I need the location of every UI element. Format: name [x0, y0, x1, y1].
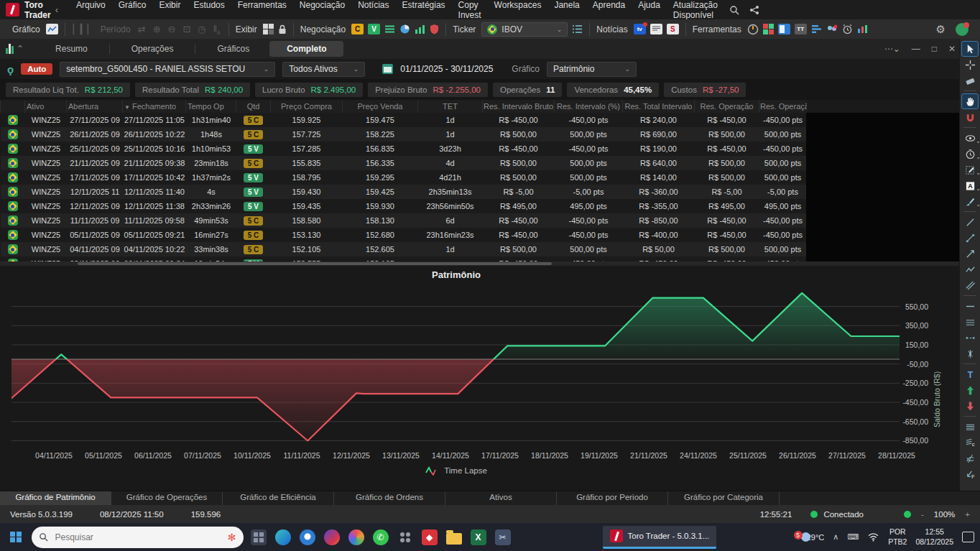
- taskbar-search[interactable]: ✻: [32, 527, 244, 548]
- tab-completo[interactable]: Completo: [269, 41, 343, 57]
- text-tool-icon[interactable]: T: [961, 366, 979, 382]
- pie-chart-icon[interactable]: [399, 24, 410, 34]
- collapse-panel-icon[interactable]: ⌃: [17, 44, 24, 54]
- crossed-lines-icon[interactable]: [961, 450, 979, 466]
- column-header-preco-venda[interactable]: Preço Venda: [343, 100, 418, 113]
- ticker-select[interactable]: IBOV ⌄: [481, 22, 568, 37]
- venda-icon[interactable]: V: [368, 24, 380, 34]
- compra-icon[interactable]: C: [351, 24, 364, 34]
- chart-type-icon[interactable]: [46, 24, 58, 34]
- arrow-up-marker-icon[interactable]: [961, 382, 979, 398]
- people-tool-icon[interactable]: [826, 24, 838, 34]
- zoom-increase[interactable]: +: [965, 510, 970, 519]
- column-header-preco-compra[interactable]: Preço Compra: [271, 100, 343, 113]
- column-header-abertura[interactable]: Abertura: [67, 100, 123, 113]
- time-tool-icon[interactable]: ▾: [961, 146, 979, 162]
- menu-item-negociacao[interactable]: Negociação: [293, 0, 351, 20]
- column-header-fechamento[interactable]: ▼Fechamento: [123, 100, 186, 113]
- taskbar-app-sphere-icon[interactable]: [347, 528, 366, 547]
- menu-item-aprenda[interactable]: Aprenda: [586, 0, 632, 20]
- eraser-icon[interactable]: [961, 73, 979, 88]
- table-row[interactable]: WINZ2505/11/2025 0905/11/2025 09:2116min…: [1, 228, 807, 242]
- segment-icon[interactable]: [961, 230, 979, 246]
- taskbar-app-chrome-icon[interactable]: [298, 528, 317, 547]
- shield-icon[interactable]: [430, 24, 439, 34]
- alarm-tool-icon[interactable]: [842, 24, 853, 34]
- zoom-in-icon[interactable]: ⊕: [153, 24, 161, 34]
- column-header-res-total-intervalo[interactable]: Res. Total Intervalo: [623, 100, 695, 113]
- analytics-tool-icon[interactable]: [857, 24, 868, 34]
- tv-news-icon[interactable]: tv: [634, 24, 646, 34]
- f-arrow-icon[interactable]: F: [961, 466, 979, 482]
- panel-minimize-icon[interactable]: —: [912, 44, 920, 54]
- column-header-ativo[interactable]: Ativo: [25, 100, 67, 113]
- taskbar-app-task-view-icon[interactable]: [249, 528, 268, 547]
- assets-filter-select[interactable]: Todos Ativos ⌄: [282, 62, 365, 77]
- calendar-icon[interactable]: [382, 64, 393, 74]
- table-row[interactable]: WINZ2511/11/2025 0911/11/2025 09:5849min…: [1, 213, 807, 228]
- tab-operacoes[interactable]: Operações: [114, 41, 191, 57]
- pan-mode-icon[interactable]: ⇄: [138, 24, 146, 34]
- taskbar-app-snipping-icon[interactable]: ✂: [494, 528, 512, 547]
- taskbar-app-red-app-icon[interactable]: ◆: [420, 528, 439, 547]
- bars-chart-icon[interactable]: [415, 24, 425, 34]
- panel-close-icon[interactable]: ✕: [948, 44, 956, 54]
- bottom-tab-grafico-por-periodo[interactable]: Gráfico por Periodo: [557, 491, 668, 505]
- heatmap-tool-icon[interactable]: [763, 24, 774, 34]
- c-lines-icon[interactable]: c: [961, 435, 979, 450]
- menu-item-estrategias[interactable]: Estratégias: [396, 0, 452, 20]
- table-row[interactable]: WINZ2512/11/2025 1112/11/2025 11:404s5 V…: [1, 185, 807, 199]
- time-zoom-icon[interactable]: ◷: [198, 24, 205, 34]
- clock-indicator[interactable]: 12:5508/12/2025: [915, 527, 953, 546]
- column-header-tempo-op[interactable]: Tempo Op: [186, 100, 236, 113]
- pan-hand-icon[interactable]: [961, 93, 979, 109]
- taskbar-app-edge-icon[interactable]: [274, 528, 292, 547]
- avatar[interactable]: [956, 23, 969, 36]
- text-label-icon[interactable]: A▾: [961, 177, 979, 193]
- watchlist-icon[interactable]: [572, 24, 583, 34]
- table-row[interactable]: WINZ2526/11/2025 0926/11/2025 10:221h48s…: [1, 127, 807, 142]
- search-icon[interactable]: [729, 5, 739, 15]
- layout-grid-icon[interactable]: [263, 24, 274, 34]
- table-row[interactable]: WINZ2521/11/2025 0921/11/2025 09:3823min…: [1, 156, 807, 170]
- action-center-icon[interactable]: [962, 532, 974, 542]
- taskbar-app-folder-icon[interactable]: [445, 528, 463, 547]
- menu-item-ajuda[interactable]: Ajuda: [632, 0, 667, 20]
- strategy-select[interactable]: setembro_G500L450 - RANIEL ASSIS SETOU ⌄: [60, 62, 275, 77]
- bottom-tab-grafico-de-ordens[interactable]: Gráfico de Ordens: [334, 491, 445, 505]
- visibility-icon[interactable]: ▾: [961, 130, 979, 146]
- table-row[interactable]: WINZ2527/11/2025 0927/11/2025 11:051h31m…: [1, 113, 807, 127]
- taskbar-app-whatsapp-icon[interactable]: ✆: [371, 528, 390, 547]
- date-range[interactable]: 01/11/2025 - 30/11/2025: [400, 64, 493, 74]
- tab-graficos[interactable]: Gráficos: [200, 41, 267, 57]
- tt-tool-icon[interactable]: TT: [795, 24, 807, 34]
- parallel-channel-icon[interactable]: [961, 277, 979, 293]
- arrow-line-icon[interactable]: [961, 246, 979, 261]
- taskbar-toro-trader-button[interactable]: Toro Trader - 5.0.3.1...: [603, 526, 717, 549]
- menu-item-copy-invest[interactable]: Copy Invest: [452, 0, 488, 20]
- lock-icon[interactable]: [278, 24, 287, 34]
- ranking-tool-icon[interactable]: [811, 24, 822, 34]
- panel-restore-icon[interactable]: □: [932, 44, 937, 54]
- menu-item-estudos[interactable]: Estudos: [187, 0, 231, 20]
- menu-item-atualizacao-disponivel[interactable]: Atualização Disponível: [667, 0, 724, 20]
- menu-item-exibir[interactable]: Exibir: [152, 0, 187, 20]
- start-button[interactable]: [10, 532, 22, 543]
- column-header-res-intervalo-bruto[interactable]: Res. Intervalo Bruto: [483, 100, 555, 113]
- lines-stack-icon[interactable]: [961, 419, 979, 435]
- magnet-icon[interactable]: [961, 109, 979, 125]
- more-options-icon[interactable]: ⋯⌄: [884, 44, 900, 54]
- menu-item-workspaces[interactable]: Workspaces: [488, 0, 548, 20]
- wifi-icon[interactable]: [867, 532, 879, 542]
- bottom-tab-ativos[interactable]: Ativos: [445, 491, 557, 505]
- share-icon[interactable]: [749, 5, 759, 15]
- column-header-qtd[interactable]: Qtd: [236, 100, 271, 113]
- menu-item-arquivo[interactable]: Arquivo: [70, 0, 112, 20]
- trend-line-icon[interactable]: [961, 214, 979, 230]
- horizontal-line-icon[interactable]: [961, 298, 979, 314]
- chart-type-select[interactable]: Patrimônio ⌄: [547, 62, 637, 77]
- zoom-decrease[interactable]: -: [921, 510, 924, 519]
- taskbar-app-excel-icon[interactable]: X: [469, 528, 488, 547]
- time-cycles-icon[interactable]: [961, 346, 979, 361]
- panel-tool-icon[interactable]: [778, 24, 790, 34]
